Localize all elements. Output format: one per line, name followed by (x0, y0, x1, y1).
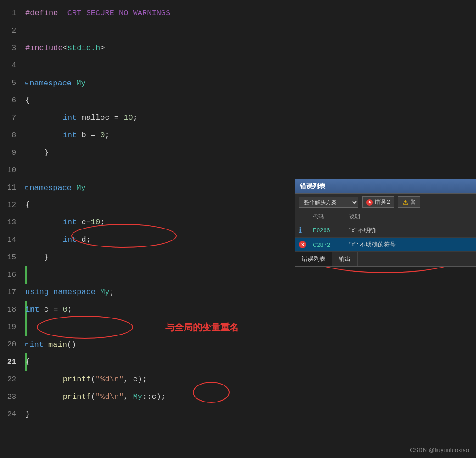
error-row-0-icon: ℹ (299, 226, 313, 235)
code-line-8: 8 int b = 0; (0, 127, 476, 144)
error-panel: 错误列表 整个解决方案 ✕ 错误 2 ⚠ 警 代码 说明 ℹ E0266 "c"… (295, 179, 476, 267)
footer-tab-output[interactable]: 输出 (332, 252, 358, 266)
code-line-16: 16 (0, 266, 476, 284)
error-row-0-desc: "c" 不明确 (349, 226, 472, 235)
code-line-17: 17 using namespace My; (0, 284, 476, 301)
line-num-10: 10 (0, 162, 25, 179)
code-line-9: 9 } (0, 144, 476, 162)
line-content-23: printf("%d\n", My::c); (25, 388, 476, 406)
line-num-22: 22 (0, 371, 25, 388)
code-line-2: 2 (0, 22, 476, 39)
error-row-1-code: C2872 (313, 241, 349, 248)
collapse-icon-20[interactable]: ⊟ (25, 336, 28, 354)
error-panel-toolbar: 整个解决方案 ✕ 错误 2 ⚠ 警 (295, 194, 476, 211)
line-content-17: using namespace My; (25, 284, 476, 301)
line-content-8: int b = 0; (25, 127, 476, 144)
code-line-20: 20 ⊟int main() (0, 336, 476, 353)
line-num-21: 21 (0, 353, 25, 371)
macro-crt: _CRT_SECURE_NO_WARNINGS (63, 5, 171, 22)
line-content-3: #include<stdio.h> (25, 39, 476, 57)
line-num-12: 12 (0, 196, 25, 214)
collapse-icon-11[interactable]: ⊟ (25, 179, 28, 197)
line-num-24: 24 (0, 406, 25, 423)
line-num-18: 18 (0, 301, 25, 318)
line-content-6: { (25, 92, 476, 109)
error-panel-title: 错误列表 (300, 182, 325, 190)
kw-define: #define (25, 5, 58, 22)
green-bar-19 (25, 318, 27, 336)
line-content-21: { (25, 353, 476, 371)
warning-icon: ⚠ (402, 199, 409, 206)
code-line-3: 3 #include<stdio.h> (0, 39, 476, 57)
code-line-23: 23 printf("%d\n", My::c); (0, 388, 476, 406)
error-table-header: 代码 说明 (295, 211, 476, 223)
warning-btn-label: 警 (410, 198, 416, 206)
line-content-5: ⊟namespace My (25, 75, 476, 92)
green-bar-16 (25, 266, 27, 284)
error-row-1-desc: "c": 不明确的符号 (349, 240, 472, 249)
error-btn-label: 错误 2 (375, 198, 390, 206)
line-num-5: 5 (0, 74, 25, 92)
code-line-18: 18 int c = 0; (0, 301, 476, 318)
line-content-22: printf("%d\n", c); (25, 371, 476, 388)
code-line-22: 22 printf("%d\n", c); (0, 371, 476, 388)
error-panel-titlebar: 错误列表 (295, 179, 476, 194)
code-line-19: 19 (0, 318, 476, 336)
code-line-7: 7 int malloc = 10; (0, 109, 476, 127)
line-content-24: } (25, 406, 476, 423)
line-num-14: 14 (0, 231, 25, 249)
warning-filter-button[interactable]: ⚠ 警 (398, 196, 420, 208)
line-num-19: 19 (0, 318, 25, 336)
error-filter-button[interactable]: ✕ 错误 2 (362, 196, 394, 208)
code-line-10: 10 (0, 162, 476, 179)
line-num-23: 23 (0, 388, 25, 406)
code-line-5: 5 ⊟namespace My (0, 74, 476, 92)
error-panel-footer: 错误列表 输出 (295, 252, 476, 266)
line-content-9: } (25, 144, 476, 162)
error-row-0-code: E0266 (313, 227, 349, 234)
code-line-21: 21 { (0, 353, 476, 371)
solution-dropdown[interactable]: 整个解决方案 (299, 197, 358, 208)
csdn-watermark: CSDN @liuyunluoxiao (410, 447, 469, 453)
line-num-13: 13 (0, 214, 25, 231)
line-content-7: int malloc = 10; (25, 109, 476, 127)
col-desc-header: 说明 (349, 213, 472, 221)
line-num-11: 11 (0, 179, 25, 196)
error-count-icon: ✕ (366, 199, 373, 206)
line-num-2: 2 (0, 22, 25, 39)
col-icon-header (299, 213, 313, 221)
line-num-20: 20 (0, 336, 25, 353)
footer-tab-errors[interactable]: 错误列表 (295, 252, 332, 266)
col-code-header: 代码 (313, 213, 349, 221)
line-num-15: 15 (0, 249, 25, 266)
line-num-1: 1 (0, 5, 25, 22)
line-content-1: #define _CRT_SECURE_NO_WARNINGS (25, 5, 476, 22)
line-num-4: 4 (0, 57, 25, 74)
error-row-1-icon: ✕ (299, 241, 306, 248)
line-num-7: 7 (0, 109, 25, 127)
code-line-6: 6 { (0, 92, 476, 109)
error-row-0[interactable]: ℹ E0266 "c" 不明确 (295, 223, 476, 238)
code-line-1: 1 #define _CRT_SECURE_NO_WARNINGS (0, 5, 476, 22)
line-num-8: 8 (0, 127, 25, 144)
code-line-4: 4 (0, 57, 476, 74)
error-row-1[interactable]: ✕ C2872 "c": 不明确的符号 (295, 238, 476, 252)
line-num-9: 9 (0, 144, 25, 162)
line-num-3: 3 (0, 39, 25, 57)
line-content-18: int c = 0; (25, 301, 476, 318)
collapse-icon-5[interactable]: ⊟ (25, 75, 28, 92)
code-line-24: 24 } (0, 406, 476, 423)
line-num-6: 6 (0, 92, 25, 109)
line-content-20: ⊟int main() (25, 336, 476, 354)
code-editor: 1 #define _CRT_SECURE_NO_WARNINGS 2 3 #i… (0, 0, 476, 458)
line-num-16: 16 (0, 266, 25, 284)
line-num-17: 17 (0, 284, 25, 301)
